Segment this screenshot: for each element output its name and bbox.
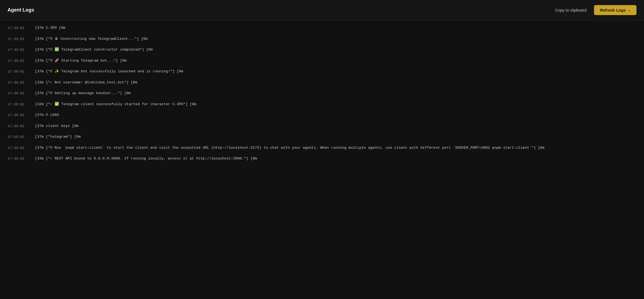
- log-timestamp: 17:49:01: [8, 69, 26, 74]
- log-timestamp: 17:49:02: [8, 91, 26, 96]
- log-message: [32m ["✓ Bot username: @tobiloba_test_bo…: [35, 80, 636, 85]
- log-message: [37m © LOGS: [35, 112, 636, 118]
- log-row: 17:49:01[37m C-3PO [0m: [0, 23, 644, 34]
- log-row: 17:49:01[37m ["© 🚀 Starting Telegram bot…: [0, 55, 644, 66]
- log-row: 17:49:02[32m ["✓ Bot username: @tobiloba…: [0, 77, 644, 88]
- log-timestamp: 17:49:02: [8, 123, 26, 129]
- log-row: 17:49:02[37m client keys [0m: [0, 121, 644, 132]
- chevron-down-icon: ⌄: [628, 8, 631, 12]
- log-timestamp: 17:49:01: [8, 47, 26, 53]
- refresh-label: Refresh Logs: [600, 8, 626, 12]
- log-timestamp: 17:49:02: [8, 145, 26, 151]
- log-message: [37m ["telegram"] [0m: [35, 134, 636, 140]
- log-timestamp: 17:49:02: [8, 156, 26, 162]
- log-timestamp: 17:49:02: [8, 134, 26, 140]
- logs-area: 17:49:01[37m C-3PO [0m17:49:01[37m ["© 🖥…: [0, 20, 644, 166]
- log-row: 17:49:02[37m ["© Setting up message hand…: [0, 88, 644, 99]
- refresh-logs-button[interactable]: Refresh Logs ⌄: [594, 5, 636, 15]
- log-message: [32m ["✓ ✅ Telegram client successfully …: [35, 102, 636, 107]
- copy-to-clipboard-button[interactable]: Copy to clipboard: [551, 6, 591, 15]
- log-message: [32m ["✓ REST API bound to 0.0.0.0:3000.…: [35, 156, 636, 161]
- header: Agent Logs Copy to clipboard Refresh Log…: [0, 0, 644, 20]
- page-title: Agent Logs: [8, 7, 34, 13]
- log-message: [37m ["© 🚀 Starting Telegram bot..."] [0…: [35, 58, 636, 63]
- log-message: [37m C-3PO [0m: [35, 25, 636, 31]
- log-row: 17:49:02[32m ["✓ ✅ Telegram client succe…: [0, 99, 644, 110]
- log-timestamp: 17:49:01: [8, 25, 26, 31]
- header-actions: Copy to clipboard Refresh Logs ⌄: [551, 5, 636, 15]
- log-message: [37m ["© Run `pnpm start:client` to star…: [35, 145, 636, 151]
- log-message: [37m ["© 🖥 Constructing new TelegramClie…: [35, 36, 636, 42]
- log-message: [37m ["© ✅ TelegramClient constructor co…: [35, 47, 636, 52]
- log-row: 17:49:01[37m ["© ✨ Telegram bot successf…: [0, 66, 644, 77]
- log-row: 17:49:01[37m ["© 🖥 Constructing new Tele…: [0, 34, 644, 45]
- log-message: [37m ["© Setting up message handler..."]…: [35, 91, 636, 96]
- log-timestamp: 17:49:01: [8, 58, 26, 64]
- log-row: 17:49:02[37m ["telegram"] [0m: [0, 131, 644, 143]
- log-timestamp: 17:49:02: [8, 112, 26, 118]
- log-timestamp: 17:49:01: [8, 36, 26, 42]
- log-row: 17:49:02[32m ["✓ REST API bound to 0.0.0…: [0, 153, 644, 164]
- log-message: [37m ["© ✨ Telegram bot successfully lau…: [35, 69, 636, 74]
- log-timestamp: 17:49:02: [8, 80, 26, 86]
- agent-logs-container: Agent Logs Copy to clipboard Refresh Log…: [0, 0, 644, 299]
- log-row: 17:49:02[37m ["© Run `pnpm start:client`…: [0, 143, 644, 154]
- log-row: 17:49:01[37m ["© ✅ TelegramClient constr…: [0, 44, 644, 55]
- log-row: 17:49:02[37m © LOGS: [0, 110, 644, 121]
- log-message: [37m client keys [0m: [35, 123, 636, 129]
- log-timestamp: 17:49:02: [8, 102, 26, 107]
